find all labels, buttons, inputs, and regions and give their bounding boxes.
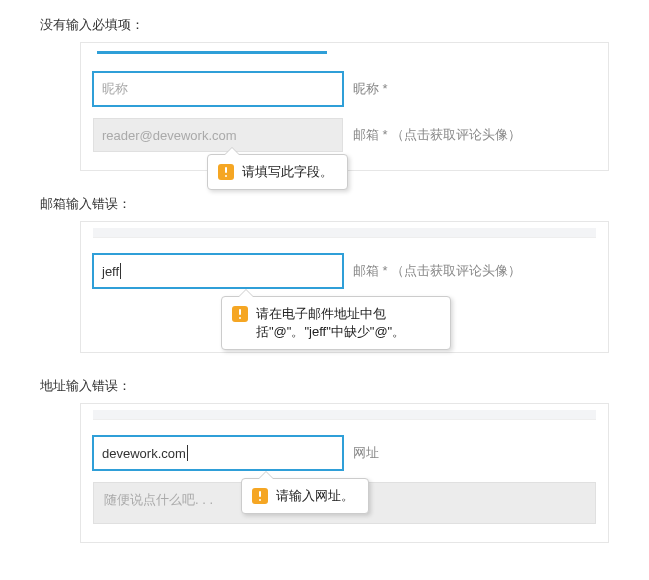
active-tab-indicator: [97, 51, 327, 54]
tooltip-text: 请在电子邮件地址中包括"@"。"jeff"中缺少"@"。: [256, 305, 436, 341]
section-title-required: 没有输入必填项：: [40, 16, 639, 34]
panel-url-error: devework.com 网址 请输入网址。 随便说点什么吧. . .: [80, 403, 609, 543]
tooltip-pointer: [238, 289, 254, 297]
panel-divider: [93, 410, 596, 420]
warning-icon: [252, 488, 268, 504]
validation-tooltip-email: 请在电子邮件地址中包括"@"。"jeff"中缺少"@"。: [221, 296, 451, 350]
email-placeholder: reader@devework.com: [102, 128, 237, 143]
section-title-email-error: 邮箱输入错误：: [40, 195, 639, 213]
comment-placeholder: 随便说点什么吧. . .: [104, 492, 213, 507]
row-url: devework.com 网址 请输入网址。: [93, 436, 596, 470]
warning-icon: [218, 164, 234, 180]
warning-icon: [232, 306, 248, 322]
validation-tooltip-url: 请输入网址。: [241, 478, 369, 514]
text-caret: [120, 263, 121, 279]
url-label: 网址: [353, 444, 379, 462]
section-title-url-error: 地址输入错误：: [40, 377, 639, 395]
text-caret: [187, 445, 188, 461]
email-input[interactable]: reader@devework.com: [93, 118, 343, 152]
email-label2: 邮箱 * （点击获取评论头像）: [353, 262, 521, 280]
panel-required: 昵称 昵称 * reader@devework.com 邮箱 * （点击获取评论…: [80, 42, 609, 171]
email-value: jeff: [102, 264, 119, 279]
row-nickname: 昵称 昵称 *: [93, 72, 596, 106]
url-value: devework.com: [102, 446, 186, 461]
tooltip-pointer: [224, 147, 240, 155]
email-label: 邮箱 * （点击获取评论头像）: [353, 126, 521, 144]
validation-tooltip-required: 请填写此字段。: [207, 154, 348, 190]
tooltip-pointer: [258, 471, 274, 479]
nickname-input[interactable]: 昵称: [93, 72, 343, 106]
nickname-label: 昵称 *: [353, 80, 388, 98]
tooltip-text: 请填写此字段。: [242, 163, 333, 181]
row-email2: jeff 邮箱 * （点击获取评论头像） 请在电子邮件地址中包括"@"。"jef…: [93, 254, 596, 288]
row-email: reader@devework.com 邮箱 * （点击获取评论头像） 请填写此…: [93, 118, 596, 152]
tooltip-text: 请输入网址。: [276, 487, 354, 505]
url-input[interactable]: devework.com: [93, 436, 343, 470]
email-input-error[interactable]: jeff: [93, 254, 343, 288]
panel-divider: [93, 228, 596, 238]
nickname-placeholder: 昵称: [102, 80, 128, 98]
panel-email-error: jeff 邮箱 * （点击获取评论头像） 请在电子邮件地址中包括"@"。"jef…: [80, 221, 609, 353]
